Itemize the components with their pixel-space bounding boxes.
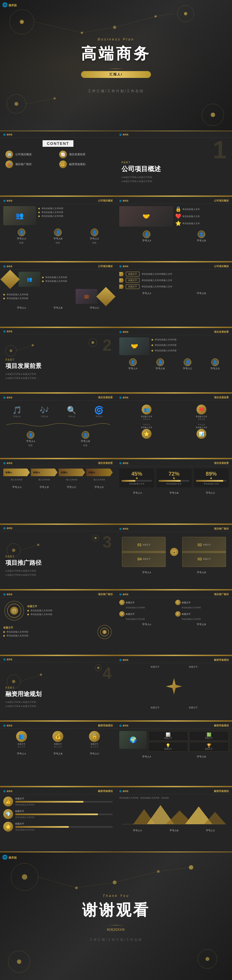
slide-promotion-2: 🌐澳界园 项目推广路径 1 标题文字 单击此处输入文本内容 单击此处输入文本内容	[0, 590, 116, 655]
svg-line-25	[21, 545, 38, 550]
slide-company-3: 🌐澳界园 公司项目概述 👥 单击此处输入文本内容 单击此处输入文本内容 单击此处…	[0, 262, 116, 328]
svg-point-11	[7, 94, 26, 113]
logo-bottom: 🌐 澳界园	[2, 854, 17, 860]
svg-point-39	[40, 674, 42, 676]
cover-title-zh: 高端商务	[81, 43, 151, 64]
chart-icon: 📈	[59, 151, 67, 158]
avatar-b: 👤	[54, 229, 62, 236]
slide-prospects-3: 🌐澳界园 项目发展前景 👥 单击输入文本 字号人A ❤️ 单击输入文本 字号人B…	[116, 393, 232, 459]
people-row-1: 👤 字号人A 职务 👤 字号人B 职务 👤 字号人C 职务	[3, 228, 113, 245]
content-label-2: 项目发展前景	[69, 153, 85, 156]
svg-point-57	[189, 865, 193, 870]
slide-prospects-2: 🌐澳界园 项目发展前景 🎵 字号人A 🎶 字号人B 🔍 字号人C	[0, 393, 116, 459]
svg-line-54	[115, 872, 158, 882]
svg-point-58	[8, 951, 30, 973]
slide-content: 🌐澳界园 CONTENT 🏢 公司项目概述 📈 项目发展前景 📣 项目推广路径 …	[0, 130, 116, 196]
slides-row-4: 🌐澳界园 PART 2 项目发展前景 ● 标题文字举例 ● 标题文字举例 ● 标…	[0, 328, 232, 393]
part3-title: 项目推广路径	[5, 559, 110, 567]
content-label-1: 公司项目概述	[15, 153, 32, 156]
svg-point-3	[184, 12, 187, 15]
finance-icon-small: 💰	[59, 161, 67, 168]
slide-prospects-5: 🌐澳界园 项目发展前景 45% 🔒 单击此处输入文本 72% 🔒 单击此处输入文…	[116, 459, 232, 524]
svg-point-1	[20, 20, 24, 24]
avatar-c: 👤	[91, 229, 98, 236]
part1-label: PART	[122, 161, 227, 164]
content-title: CONTENT	[43, 140, 74, 147]
slide-cover: 🌐 澳界园 Business Plan 高端商务 汇报人/ 工作汇报/工作计划/…	[0, 0, 232, 130]
slide-prospects-4: 🌐澳界园 项目发展前景 标题01 标题02 标题03 标题04 输入文本内容 输…	[0, 459, 116, 524]
slides-row-10: 🌐澳界园 融资用途规划 👥 标题文字 输入文本 💰 标题文字 输入文本 🔒 标题…	[0, 721, 232, 787]
svg-point-18	[9, 349, 12, 352]
slide-promotion-1: 🌐澳界园 项目推广路径 01 标题文字 02 标题文字 04 标题文字	[116, 524, 232, 590]
svg-point-12	[14, 102, 18, 106]
company-icon: 🏢	[5, 151, 13, 158]
thankyou-subtitle: 工作汇报/工作计划/工作总结	[82, 938, 150, 942]
content-item-4: 💰 融资用途规划	[59, 161, 111, 168]
svg-point-16	[211, 113, 215, 117]
content-label-3: 项目推广路径	[15, 162, 32, 166]
slides-row-1: 🌐澳界园 CONTENT 🏢 公司项目概述 📈 项目发展前景 📣 项目推广路径 …	[0, 130, 232, 196]
svg-point-37	[12, 680, 15, 683]
thankyou-title-en: Thank You	[82, 894, 150, 898]
svg-line-13	[26, 99, 55, 104]
person-c: 👤 字号人C 职务	[90, 229, 99, 244]
svg-point-41	[97, 667, 99, 669]
slides-row-5: 🌐澳界园 项目发展前景 🎵 字号人A 🎶 字号人B 🔍 字号人C	[0, 393, 232, 459]
avatar-a: 👤	[18, 229, 25, 236]
svg-point-60	[198, 950, 217, 969]
slides-row-2: 🌐澳界园 公司项目概述 👥 单击此处输入文本内容 单击此处输入文本内容 单击此处…	[0, 196, 232, 262]
slide-thankyou: 🌐 澳界园 Thank You 谢谢观看 时间20XX年 工作汇报/工作计划/工…	[0, 852, 232, 980]
svg-point-0	[9, 10, 34, 34]
promo-icon: 📣	[5, 161, 13, 168]
slides-row-3: 🌐澳界园 公司项目概述 👥 单击此处输入文本内容 单击此处输入文本内容 单击此处…	[0, 262, 232, 328]
part4-label: PART	[5, 686, 110, 689]
svg-point-59	[17, 959, 21, 964]
slide-part3-intro: 🌐澳界园 PART 3 项目推广路径 ● 标题文字举例 ● 标题文字举例 ● 标…	[0, 524, 116, 590]
svg-point-7	[113, 26, 116, 29]
part3-label: PART	[5, 555, 110, 558]
slide-company-4: 🌐澳界园 公司项目概述 标题文字 单击此处输入文本内容输入文本 标题文字 单击此…	[116, 262, 232, 328]
person-b: 👤 字号人B 职务	[54, 229, 63, 244]
svg-point-9	[155, 15, 157, 18]
slide-financing-2: 🌐澳界园 融资用途规划 👥 标题文字 输入文本 💰 标题文字 输入文本 🔒 标题…	[0, 721, 116, 787]
svg-line-38	[21, 675, 41, 681]
svg-text:1: 1	[14, 610, 15, 612]
slide-part1-intro: 🌐澳界园 1 PART 公司项目概述 ● 标题文字举例 ● 标题文字举例 ● 标…	[116, 130, 232, 196]
cover-badge: 汇报人/	[81, 71, 151, 78]
thankyou-title-zh: 谢谢观看	[82, 900, 150, 921]
slides-row-9: 🌐澳界园 PART 4 融资用途规划 ● 标题文字举例 ● 标题文字举例 ● 标…	[0, 655, 232, 721]
slide-prospects-1: 🌐澳界园 项目发展前景 🤝 单击此处输入文本内容 单击此处输入文本内容 单击此处…	[116, 328, 232, 393]
slide-part4-intro: 🌐澳界园 PART 4 融资用途规划 ● 标题文字举例 ● 标题文字举例 ● 标…	[0, 655, 116, 721]
slide-logo: 🌐澳界园	[3, 134, 12, 136]
svg-line-52	[76, 882, 115, 888]
slide-part2-intro: 🌐澳界园 PART 2 项目发展前景 ● 标题文字举例 ● 标题文字举例 ● 标…	[0, 328, 116, 393]
svg-point-28	[95, 537, 96, 539]
svg-line-8	[115, 16, 156, 27]
slides-row-7: 🌐澳界园 PART 3 项目推广路径 ● 标题文字举例 ● 标题文字举例 ● 标…	[0, 524, 232, 590]
slide-financing-5: 🌐澳界园 融资用途规划 单击此处输入文本内容，单击此处输入文本内容，单击此处 字…	[116, 787, 232, 852]
part2-label: PART	[5, 358, 110, 361]
svg-line-4	[34, 22, 82, 33]
svg-line-10	[156, 14, 175, 16]
cover-subtitle: 工作汇报/工作计划/工作总结	[81, 89, 151, 94]
slide-company-1: 🌐澳界园 公司项目概述 👥 单击此处输入文本内容 单击此处输入文本内容 单击此处…	[0, 196, 116, 262]
svg-point-53	[113, 880, 117, 885]
svg-point-24	[12, 549, 15, 552]
svg-point-22	[92, 341, 94, 344]
svg-point-15	[202, 104, 224, 126]
svg-line-50	[38, 877, 76, 888]
svg-point-6	[81, 32, 83, 34]
svg-line-56	[158, 867, 191, 872]
slide-financing-4: 🌐澳界园 融资用途规划 👍 标题文字 单击此处输入文本内容 💎 标题文字 单击此…	[0, 787, 116, 852]
part1-bg-number: 1	[213, 137, 227, 162]
slides-row-6: 🌐澳界园 项目发展前景 标题01 标题02 标题03 标题04 输入文本内容 输…	[0, 459, 232, 524]
content-item-1: 🏢 公司项目概述	[5, 151, 57, 158]
part4-title: 融资用途规划	[5, 690, 110, 698]
part1-title: 公司项目概述	[122, 165, 227, 173]
slides-row-8: 🌐澳界园 项目推广路径 1 标题文字 单击此处输入文本内容 单击此处输入文本内容	[0, 590, 232, 655]
content-label-4: 融资用途规划	[69, 162, 85, 166]
slides-row-11: 🌐澳界园 融资用途规划 👍 标题文字 单击此处输入文本内容 💎 标题文字 单击此…	[0, 787, 232, 852]
svg-point-61	[205, 957, 209, 961]
logo: 🌐 澳界园	[2, 2, 17, 7]
svg-point-48	[11, 863, 38, 891]
